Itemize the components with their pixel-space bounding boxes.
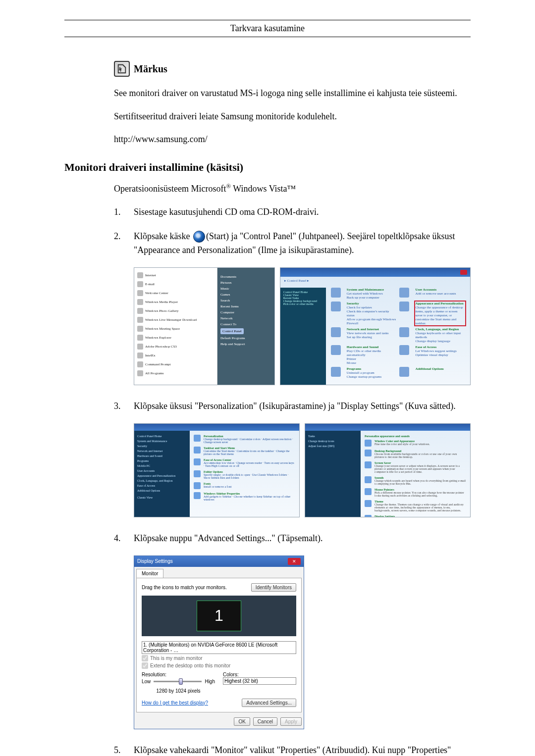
step-5-text: Klõpsake vahekaardi "Monitor" valikut "P… bbox=[134, 743, 471, 756]
screenshot-display-settings: Display Settings ✕ Monitor Drag the icon… bbox=[134, 555, 304, 729]
step-4-num: 4. bbox=[114, 531, 125, 546]
note-block: Märkus See monitori draiver on varustatu… bbox=[114, 61, 471, 147]
identify-monitors-button[interactable]: Identify Monitors bbox=[251, 583, 296, 592]
main-monitor-checkbox[interactable] bbox=[142, 655, 148, 661]
header-rule-top bbox=[64, 20, 471, 20]
screenshot-control-panel: ▸ Control Panel ▸ Control Panel HomeClas… bbox=[280, 267, 471, 385]
advanced-settings-button[interactable]: Advanced Settings... bbox=[242, 699, 296, 707]
monitor-preview[interactable]: 1 bbox=[142, 596, 296, 636]
step-5: 5. Klõpsake vahekaardi "Monitor" valikut… bbox=[114, 743, 471, 756]
step-1-text: Sisestage kasutusjuhendi CD oma CD-ROM-d… bbox=[134, 205, 319, 219]
resolution-slider[interactable]: Low High bbox=[142, 677, 215, 686]
colors-label: Colors: bbox=[223, 672, 296, 677]
slider-high: High bbox=[205, 679, 215, 684]
step-1-num: 1. bbox=[114, 205, 125, 219]
step-4-text: Klõpsake nuppu "Advanced Settings..." (T… bbox=[134, 531, 323, 546]
page-header: Tarkvara kasutamine bbox=[64, 23, 471, 37]
note-url: http://www.samsung.com/ bbox=[114, 132, 471, 147]
ok-button[interactable]: OK bbox=[234, 717, 250, 726]
main-monitor-label: This is my main monitor bbox=[150, 655, 203, 661]
extend-desktop-checkbox[interactable] bbox=[142, 662, 148, 669]
step-2-text: Klõpsake käske (Start) ja "Control Panel… bbox=[134, 229, 471, 258]
colors-select[interactable]: Highest (32 bit) bbox=[223, 677, 296, 685]
os-pre: Operatsioonisüsteem Microsoft bbox=[114, 184, 226, 194]
cp-address: ▸ Control Panel ▸ bbox=[280, 277, 470, 285]
screenshot-appearance: Control Panel HomeSystem and Maintenance… bbox=[134, 423, 300, 517]
os-mid: Windows Vista™ bbox=[231, 184, 296, 194]
screenshot-start-menu: InternetE-mailWelcome CenterWindows Medi… bbox=[134, 267, 275, 385]
step-3-num: 3. bbox=[114, 399, 125, 413]
screenshot-row-2: Control Panel HomeSystem and Maintenance… bbox=[134, 423, 471, 517]
drag-label: Drag the icons to match your monitors. bbox=[142, 585, 227, 590]
os-line: Operatsioonisüsteem Microsoft® Windows V… bbox=[114, 183, 471, 194]
note-line-1: See monitori draiver on varustatud MS-i … bbox=[114, 86, 471, 101]
resolution-value: 1280 by 1024 pixels bbox=[142, 688, 215, 694]
screenshot-row-1: InternetE-mailWelcome CenterWindows Medi… bbox=[134, 267, 471, 385]
monitor-1-icon[interactable]: 1 bbox=[197, 601, 241, 631]
step-5-num: 5. bbox=[114, 743, 125, 756]
step-2-text-a: Klõpsake käske bbox=[134, 231, 192, 241]
step-1: 1. Sisestage kasutusjuhendi CD oma CD-RO… bbox=[114, 205, 471, 219]
note-icon bbox=[114, 61, 130, 77]
tab-monitor[interactable]: Monitor bbox=[136, 569, 163, 578]
slider-low: Low bbox=[142, 679, 151, 684]
extend-desktop-label: Extend the desktop onto this monitor bbox=[150, 663, 230, 668]
steps-list-5: 5. Klõpsake vahekaardi "Monitor" valikut… bbox=[114, 743, 471, 756]
cancel-button[interactable]: Cancel bbox=[253, 717, 277, 726]
apply-button[interactable]: Apply bbox=[280, 717, 302, 726]
help-link[interactable]: How do I get the best display? bbox=[142, 700, 208, 706]
monitor-select[interactable]: 1. (Multiple Monitors) on NVIDIA GeForce… bbox=[142, 641, 296, 654]
dlg-title-text: Display Settings bbox=[137, 558, 173, 564]
screenshot-personalization: TasksChange desktop iconsAdjust font siz… bbox=[305, 423, 471, 517]
step-4: 4. Klõpsake nuppu "Advanced Settings..."… bbox=[114, 531, 471, 546]
steps-list: 1. Sisestage kasutusjuhendi CD oma CD-RO… bbox=[114, 205, 471, 257]
steps-list-4: 4. Klõpsake nuppu "Advanced Settings..."… bbox=[114, 531, 471, 546]
close-icon[interactable]: ✕ bbox=[288, 558, 301, 565]
note-title: Märkus bbox=[134, 63, 167, 75]
step-2: 2. Klõpsake käske (Start) ja "Control Pa… bbox=[114, 229, 471, 258]
start-orb-icon bbox=[193, 231, 205, 243]
note-line-2: Sertifitseeritud draiveri leiate Samsung… bbox=[114, 109, 471, 124]
step-3: 3. Klõpsake üksusi "Personalization" (Is… bbox=[114, 399, 471, 413]
section-title: Monitori draiveri installimine (käsitsi) bbox=[64, 161, 471, 174]
resolution-label: Resolution: bbox=[142, 672, 215, 677]
step-3-text: Klõpsake üksusi "Personalization" (Isiku… bbox=[134, 399, 456, 413]
reg-mark: ® bbox=[226, 183, 231, 190]
steps-list-3: 3. Klõpsake üksusi "Personalization" (Is… bbox=[114, 399, 471, 413]
step-2-num: 2. bbox=[114, 229, 125, 258]
